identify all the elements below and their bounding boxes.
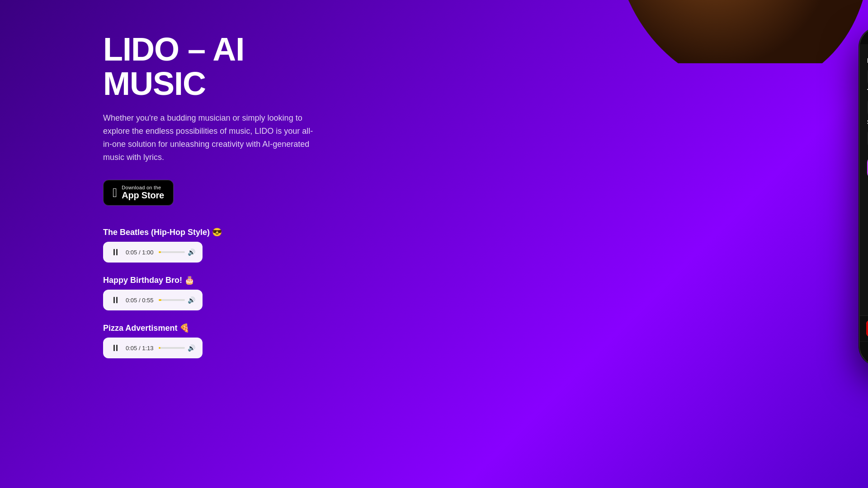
volume-icon-2: 🔊 [188, 296, 195, 304]
pause-icon-1 [113, 249, 118, 255]
phone-nav-tabs: 🎵 🎼 👤 [860, 342, 868, 358]
song-item-1: The Beatles (Hip-Hop Style) 😎 0:05 / 1:0… [103, 227, 365, 263]
song-title-3: Pizza Advertisment 🍕 [103, 323, 365, 333]
progress-track-3[interactable] [159, 347, 185, 349]
song-item-2: Happy Birthday Bro! 🎂 0:05 / 0:55 🔊 [103, 275, 365, 310]
phone-app-content: You're PRO Lyrics I said, ooh, I'm blind… [860, 44, 868, 338]
appstore-button[interactable]:  Download on the App Store [103, 180, 174, 206]
appstore-label-bottom: App Store [122, 190, 164, 201]
audio-player-1: 0:05 / 1:00 🔊 [103, 242, 203, 263]
audio-player-3: 0:05 / 1:13 🔊 [103, 338, 203, 358]
appstore-text: Download on the App Store [122, 185, 164, 201]
progress-1[interactable]: 🔊 [159, 249, 195, 256]
volume-icon-1: 🔊 [188, 249, 195, 256]
progress-track-1[interactable] [159, 251, 185, 253]
pause-icon-2 [113, 297, 118, 303]
song-item-3: Pizza Advertisment 🍕 0:05 / 1:13 🔊 [103, 323, 365, 358]
status-bar: 9:41 ● ● ▐ [860, 28, 868, 37]
pause-button-1[interactable] [110, 247, 120, 257]
hero-description: Whether you're a budding musician or sim… [103, 112, 320, 164]
hand-image [570, 0, 868, 63]
phone-bottom-bar: 00:38 TikTok #3 Copy Link SHARE 🎵 🎼 👤 [860, 315, 868, 365]
now-playing-bar: 00:38 TikTok #3 Copy Link SHARE [860, 316, 868, 342]
pause-button-3[interactable] [110, 343, 120, 353]
song-title-2: Happy Birthday Bro! 🎂 [103, 275, 365, 285]
song-title-1: The Beatles (Hip-Hop Style) 😎 [103, 227, 365, 237]
phone-scroll-area: You're PRO Lyrics I said, ooh, I'm blind… [860, 44, 868, 179]
time-display-3: 0:05 / 1:13 [126, 345, 153, 352]
now-playing-thumbnail [866, 320, 868, 337]
progress-fill-3 [159, 347, 160, 349]
audio-player-2: 0:05 / 0:55 🔊 [103, 290, 203, 310]
apple-icon:  [113, 187, 117, 199]
progress-2[interactable]: 🔊 [159, 296, 195, 304]
appstore-label-top: Download on the [122, 185, 164, 190]
time-display-1: 0:05 / 1:00 [126, 249, 153, 256]
app-title: LIDO – AI MUSIC [103, 33, 365, 101]
time-display-2: 0:05 / 0:55 [126, 297, 153, 304]
hero-section: LIDO – AI MUSIC Whether you're a budding… [103, 33, 365, 371]
progress-fill-2 [159, 299, 161, 301]
volume-icon-3: 🔊 [188, 344, 195, 352]
pause-button-2[interactable] [110, 295, 120, 305]
progress-fill-1 [159, 251, 161, 253]
phone-mockup: 9:41 ● ● ▐ You're PRO Lyrics I said, ooh… [859, 27, 868, 366]
progress-3[interactable]: 🔊 [159, 344, 195, 352]
phone-notch-area: 9:41 ● ● ▐ [860, 28, 868, 44]
svg-rect-10 [866, 320, 868, 337]
pause-icon-3 [113, 345, 118, 351]
svg-point-0 [580, 0, 868, 63]
progress-track-2[interactable] [159, 299, 185, 301]
